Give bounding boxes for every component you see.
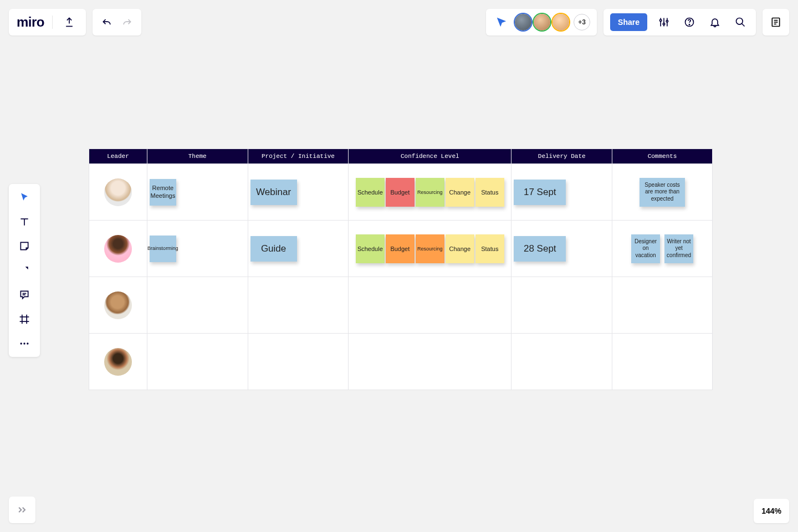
notification-icon[interactable] bbox=[706, 13, 724, 31]
sticky-note[interactable]: Remote Meetings bbox=[150, 179, 176, 206]
search-icon[interactable] bbox=[732, 13, 749, 31]
sticky-note[interactable]: Status bbox=[475, 178, 504, 207]
sticky-note[interactable]: Designer on vacation bbox=[631, 234, 660, 263]
sticky-note[interactable]: Resourcing bbox=[416, 178, 444, 207]
sticky-note[interactable]: Status bbox=[475, 234, 504, 263]
column-header: Comments bbox=[612, 149, 713, 164]
sticky-note[interactable]: Change bbox=[446, 234, 474, 263]
more-tools-icon[interactable] bbox=[13, 335, 35, 352]
zoom-level[interactable]: 144% bbox=[754, 499, 789, 523]
svg-line-9 bbox=[742, 24, 745, 27]
avatar[interactable] bbox=[104, 348, 132, 376]
svg-point-8 bbox=[736, 18, 743, 25]
svg-point-4 bbox=[663, 23, 664, 25]
planning-table[interactable]: Leader Theme Project / Initiative Confid… bbox=[89, 149, 713, 390]
column-header: Theme bbox=[147, 149, 248, 164]
avatar[interactable] bbox=[104, 291, 132, 319]
svg-point-24 bbox=[27, 342, 28, 344]
svg-point-22 bbox=[21, 342, 22, 344]
help-icon[interactable] bbox=[681, 13, 698, 31]
presence-avatars[interactable] bbox=[515, 14, 569, 30]
table-row[interactable]: Brainstorming Guide Schedule Budget Reso… bbox=[89, 221, 713, 277]
arrow-tool-icon[interactable] bbox=[13, 262, 35, 279]
divider bbox=[52, 16, 53, 29]
redo-icon[interactable] bbox=[118, 13, 136, 31]
sticky-note[interactable]: Budget bbox=[386, 234, 415, 263]
sticky-note[interactable]: Change bbox=[446, 178, 474, 207]
sticky-note[interactable]: Schedule bbox=[356, 234, 385, 263]
comment-tool-icon[interactable] bbox=[13, 286, 35, 304]
export-icon[interactable] bbox=[60, 13, 78, 31]
avatar-overflow-count[interactable]: +3 bbox=[574, 14, 590, 30]
table-row[interactable] bbox=[89, 334, 713, 390]
table-row[interactable]: Remote Meetings Webinar Schedule Budget … bbox=[89, 164, 713, 221]
tool-toolbar bbox=[9, 184, 40, 357]
sticky-note[interactable]: Webinar bbox=[250, 180, 297, 205]
settings-icon[interactable] bbox=[655, 13, 673, 31]
sticky-note[interactable]: 17 Sept bbox=[514, 180, 566, 205]
column-header: Delivery Date bbox=[511, 149, 612, 164]
sticky-note-tool-icon[interactable] bbox=[13, 237, 35, 255]
column-header: Project / Initiative bbox=[248, 149, 349, 164]
undo-icon[interactable] bbox=[98, 13, 116, 31]
table-row[interactable] bbox=[89, 277, 713, 334]
app-logo[interactable]: miro bbox=[17, 14, 44, 30]
frame-tool-icon[interactable] bbox=[13, 310, 35, 328]
sticky-note[interactable]: Resourcing bbox=[416, 234, 444, 263]
svg-point-23 bbox=[23, 342, 25, 344]
avatar[interactable] bbox=[534, 14, 550, 30]
column-header: Leader bbox=[89, 149, 147, 164]
avatar[interactable] bbox=[553, 14, 569, 30]
sticky-note[interactable]: Speaker costs are more than expected bbox=[640, 178, 685, 207]
cursor-follow-icon[interactable] bbox=[493, 13, 510, 31]
expand-panel-icon[interactable] bbox=[9, 497, 35, 523]
svg-point-5 bbox=[666, 21, 668, 22]
board-canvas[interactable]: Leader Theme Project / Initiative Confid… bbox=[89, 149, 713, 390]
column-header: Confidence Level bbox=[349, 149, 511, 164]
svg-point-3 bbox=[660, 19, 662, 21]
activity-panel-icon[interactable] bbox=[763, 9, 789, 35]
sticky-note[interactable]: Schedule bbox=[356, 178, 385, 207]
sticky-note[interactable]: Guide bbox=[250, 236, 297, 262]
avatar[interactable] bbox=[515, 14, 531, 30]
share-button[interactable]: Share bbox=[610, 13, 647, 31]
avatar[interactable] bbox=[104, 178, 132, 206]
text-tool-icon[interactable] bbox=[13, 213, 35, 231]
sticky-note[interactable]: Writer not yet confirmed bbox=[664, 234, 693, 263]
svg-point-7 bbox=[689, 24, 689, 25]
sticky-note[interactable]: 28 Sept bbox=[514, 236, 566, 262]
avatar[interactable] bbox=[104, 235, 132, 263]
select-tool-icon[interactable] bbox=[13, 188, 35, 206]
sticky-note[interactable]: Brainstorming bbox=[150, 236, 176, 262]
sticky-note[interactable]: Budget bbox=[386, 178, 415, 207]
